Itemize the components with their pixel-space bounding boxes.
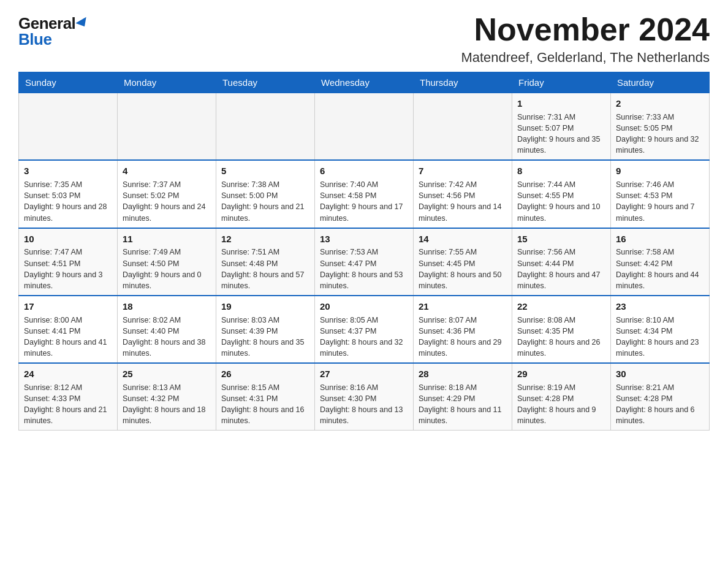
day-number: 19 [221,300,309,313]
day-info-line: Sunrise: 7:33 AM [616,112,704,123]
day-number: 28 [419,367,507,381]
day-info-line: Daylight: 9 hours and 3 minutes. [24,269,112,291]
calendar-cell: 28Sunrise: 8:18 AMSunset: 4:29 PMDayligh… [414,363,512,431]
calendar-cell: 24Sunrise: 8:12 AMSunset: 4:33 PMDayligh… [19,363,118,431]
title-block: November 2024 Matendreef, Gelderland, Th… [461,12,710,66]
day-number: 22 [517,300,605,313]
day-info-line: Sunset: 4:28 PM [616,393,704,404]
calendar-cell: 29Sunrise: 8:19 AMSunset: 4:28 PMDayligh… [512,363,611,431]
day-info-line: Daylight: 8 hours and 53 minutes. [320,269,408,291]
day-info-line: Daylight: 8 hours and 9 minutes. [517,404,605,426]
day-number: 9 [616,164,704,178]
calendar-cell [118,93,216,161]
day-info-line: Daylight: 8 hours and 29 minutes. [419,337,507,359]
calendar-cell: 10Sunrise: 7:47 AMSunset: 4:51 PMDayligh… [19,228,118,296]
day-info-line: Sunset: 4:36 PM [419,326,507,337]
calendar-cell: 19Sunrise: 8:03 AMSunset: 4:39 PMDayligh… [216,296,315,363]
day-number: 27 [320,367,408,381]
calendar-cell [19,93,118,161]
logo-general-text: General [18,15,75,31]
day-info-line: Daylight: 8 hours and 6 minutes. [616,404,704,426]
calendar-cell: 11Sunrise: 7:49 AMSunset: 4:50 PMDayligh… [118,228,216,296]
col-tuesday: Tuesday [216,72,315,93]
day-info-line: Sunset: 4:29 PM [419,393,507,404]
calendar-cell [216,93,315,161]
day-info-line: Sunset: 5:02 PM [123,190,211,201]
calendar-cell: 5Sunrise: 7:38 AMSunset: 5:00 PMDaylight… [216,160,315,228]
calendar-cell: 20Sunrise: 8:05 AMSunset: 4:37 PMDayligh… [315,296,414,363]
day-info-line: Sunset: 4:31 PM [221,393,309,404]
day-info-line: Sunrise: 7:56 AM [517,247,605,258]
day-info-line: Sunset: 5:03 PM [24,190,112,201]
calendar-cell: 30Sunrise: 8:21 AMSunset: 4:28 PMDayligh… [611,363,710,431]
day-info-line: Sunset: 5:05 PM [616,123,704,134]
calendar-week-row: 1Sunrise: 7:31 AMSunset: 5:07 PMDaylight… [19,93,710,161]
calendar-cell: 1Sunrise: 7:31 AMSunset: 5:07 PMDaylight… [512,93,611,161]
calendar-cell: 8Sunrise: 7:44 AMSunset: 4:55 PMDaylight… [512,160,611,228]
day-info-line: Sunrise: 7:51 AM [221,247,309,258]
day-number: 12 [221,232,309,246]
day-number: 16 [616,232,704,246]
calendar-cell: 27Sunrise: 8:16 AMSunset: 4:30 PMDayligh… [315,363,414,431]
day-info-line: Daylight: 9 hours and 17 minutes. [320,201,408,223]
day-info-line: Sunset: 4:32 PM [123,393,211,404]
day-info-line: Sunset: 4:53 PM [616,190,704,201]
calendar-week-row: 24Sunrise: 8:12 AMSunset: 4:33 PMDayligh… [19,363,710,431]
day-info-line: Sunrise: 8:02 AM [123,315,211,326]
day-info-line: Daylight: 8 hours and 41 minutes. [24,337,112,359]
day-info-line: Sunrise: 7:42 AM [419,179,507,190]
day-info-line: Sunrise: 8:03 AM [221,315,309,326]
day-info-line: Daylight: 9 hours and 32 minutes. [616,134,704,156]
day-info-line: Sunset: 4:42 PM [616,258,704,269]
month-year-title: November 2024 [461,12,710,47]
day-number: 29 [517,367,605,381]
calendar-cell [315,93,414,161]
col-sunday: Sunday [19,72,118,93]
day-info-line: Sunrise: 7:44 AM [517,179,605,190]
day-info-line: Sunset: 4:35 PM [517,326,605,337]
logo-blue-text: Blue [18,30,51,48]
day-info-line: Daylight: 8 hours and 21 minutes. [24,404,112,426]
day-info-line: Daylight: 9 hours and 7 minutes. [616,201,704,223]
day-number: 4 [123,164,211,178]
day-info-line: Sunrise: 8:16 AM [320,382,408,393]
day-info-line: Daylight: 9 hours and 14 minutes. [419,201,507,223]
day-info-line: Sunset: 4:41 PM [24,326,112,337]
day-info-line: Daylight: 9 hours and 24 minutes. [123,201,211,223]
day-number: 20 [320,300,408,313]
day-number: 8 [517,164,605,178]
day-info-line: Sunset: 4:58 PM [320,190,408,201]
calendar-cell: 17Sunrise: 8:00 AMSunset: 4:41 PMDayligh… [19,296,118,363]
day-info-line: Daylight: 8 hours and 57 minutes. [221,269,309,291]
calendar-cell: 23Sunrise: 8:10 AMSunset: 4:34 PMDayligh… [611,296,710,363]
day-number: 1 [517,97,605,110]
day-number: 21 [419,300,507,313]
day-info-line: Sunset: 4:28 PM [517,393,605,404]
day-info-line: Sunrise: 7:47 AM [24,247,112,258]
calendar-cell: 21Sunrise: 8:07 AMSunset: 4:36 PMDayligh… [414,296,512,363]
day-info-line: Daylight: 8 hours and 47 minutes. [517,269,605,291]
calendar-cell: 2Sunrise: 7:33 AMSunset: 5:05 PMDaylight… [611,93,710,161]
day-number: 3 [24,164,112,178]
day-info-line: Sunrise: 7:53 AM [320,247,408,258]
day-info-line: Sunrise: 7:46 AM [616,179,704,190]
location-title: Matendreef, Gelderland, The Netherlands [461,50,710,66]
col-wednesday: Wednesday [315,72,414,93]
day-info-line: Daylight: 8 hours and 44 minutes. [616,269,704,291]
day-info-line: Sunrise: 7:37 AM [123,179,211,190]
calendar-cell: 26Sunrise: 8:15 AMSunset: 4:31 PMDayligh… [216,363,315,431]
day-info-line: Sunset: 5:07 PM [517,123,605,134]
day-info-line: Sunrise: 7:49 AM [123,247,211,258]
day-info-line: Sunset: 4:50 PM [123,258,211,269]
calendar-cell: 18Sunrise: 8:02 AMSunset: 4:40 PMDayligh… [118,296,216,363]
day-info-line: Sunset: 4:47 PM [320,258,408,269]
day-number: 26 [221,367,309,381]
calendar-cell: 3Sunrise: 7:35 AMSunset: 5:03 PMDaylight… [19,160,118,228]
day-info-line: Daylight: 9 hours and 35 minutes. [517,134,605,156]
day-info-line: Sunset: 4:33 PM [24,393,112,404]
day-info-line: Sunrise: 8:21 AM [616,382,704,393]
day-info-line: Sunset: 4:39 PM [221,326,309,337]
day-info-line: Sunrise: 7:38 AM [221,179,309,190]
day-number: 15 [517,232,605,246]
day-number: 7 [419,164,507,178]
